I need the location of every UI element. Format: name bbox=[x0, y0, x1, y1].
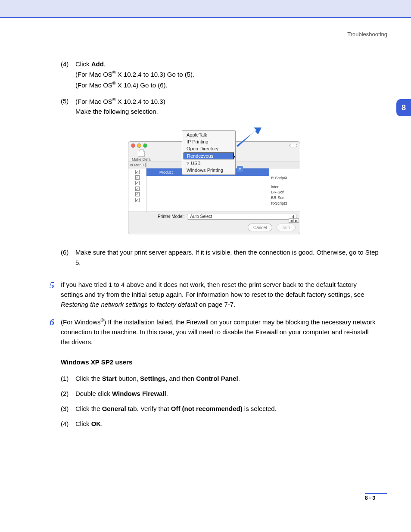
step-6: 6 (For Windows®) If the installation fai… bbox=[50, 317, 379, 434]
page-number: 8 - 3 bbox=[365, 495, 375, 501]
xp-step-3: (3) Click the General tab. Verify that O… bbox=[61, 404, 379, 414]
xp-step-1: (1) Click the Start button, Settings, an… bbox=[61, 373, 379, 383]
text: X 10.4) Go to (6). bbox=[116, 81, 168, 89]
substep-4-num: (4) bbox=[61, 59, 75, 90]
connection-type-dropdown[interactable]: AppleTalk IP Printing Open Directory Ren… bbox=[182, 130, 236, 175]
text: (For Mac OS bbox=[75, 71, 112, 78]
xp-users-heading: Windows XP SP2 users bbox=[61, 357, 379, 367]
reg-mark: ® bbox=[112, 97, 116, 102]
add-button[interactable]: Add bbox=[277, 224, 296, 231]
text: Click bbox=[75, 60, 91, 68]
dropdown-option-ip[interactable]: IP Printing bbox=[182, 138, 235, 145]
page-footer: 8 - 3 bbox=[365, 493, 387, 501]
minimize-traffic-light-icon[interactable] bbox=[137, 143, 141, 148]
list-item: R-Script3 bbox=[271, 175, 300, 181]
in-menu-column: ✓ ✓ ✓ ✓ ✓ ✓ bbox=[128, 168, 146, 212]
mac-screenshot-figure: AppleTalk IP Printing Open Directory Ren… bbox=[50, 130, 379, 234]
dropdown-option-appletalk[interactable]: AppleTalk bbox=[182, 131, 235, 138]
dropdown-option-rendezvous[interactable]: Rendezvous ➤ bbox=[184, 152, 234, 159]
substep-6-num: (6) bbox=[61, 247, 75, 268]
reg-mark: ® bbox=[112, 70, 116, 75]
top-bar bbox=[0, 0, 411, 17]
text: ) If the installation failed, the Firewa… bbox=[61, 318, 376, 346]
ref-italic: Restoring the network settings to factor… bbox=[61, 301, 197, 308]
section-header: Troubleshooting bbox=[24, 31, 387, 37]
cursor-icon: ➤ bbox=[233, 154, 236, 159]
checkbox[interactable]: ✓ bbox=[135, 181, 140, 185]
text: (For Mac OS bbox=[75, 98, 112, 105]
col-in-menu: In Menu | N bbox=[128, 162, 146, 168]
step-6-num: 6 bbox=[50, 317, 61, 328]
printer-model-label: Printer Model: bbox=[158, 214, 184, 219]
right-side-list: R-Script3 inter BR-Scri BR-Scri R-Script… bbox=[269, 168, 300, 212]
checkbox[interactable]: ✓ bbox=[135, 175, 140, 180]
printer-icon bbox=[138, 151, 145, 157]
printer-model-select[interactable]: Auto Select ▲▼ bbox=[187, 214, 296, 220]
dropdown-arrow-icon[interactable]: ▾ bbox=[237, 166, 243, 172]
printer-list-body: Product Type bbox=[146, 168, 269, 212]
stepper-icon: ▲▼ bbox=[292, 215, 295, 219]
xp-step-4: (4) Click OK. bbox=[61, 419, 379, 429]
text: on page 7-7. bbox=[197, 301, 235, 308]
text: X 10.2.4 to 10.3) Go to (5). bbox=[116, 71, 195, 78]
checkbox[interactable]: ✓ bbox=[135, 198, 140, 202]
text: If you have tried 1 to 4 above and it do… bbox=[61, 281, 364, 298]
scroll-right-button[interactable]: ▶ bbox=[294, 218, 299, 223]
xp-step-2: (2) Double click Windows Firewall. bbox=[61, 389, 379, 398]
dropdown-option-opendir[interactable]: Open Directory bbox=[182, 145, 235, 152]
svg-marker-0 bbox=[237, 128, 262, 147]
cancel-button[interactable]: Cancel bbox=[248, 224, 272, 231]
text: (For Windows bbox=[61, 318, 101, 326]
substep-6: (6) Make sure that your print server app… bbox=[61, 247, 379, 268]
substep-5: (5) (For Mac OS® X 10.2.4 to 10.3) Make … bbox=[61, 96, 379, 117]
zoom-traffic-light-icon[interactable] bbox=[143, 143, 147, 148]
text: Make the following selection. bbox=[75, 106, 379, 116]
add-bold: Add bbox=[91, 60, 104, 68]
pill-button[interactable] bbox=[290, 144, 297, 147]
footer-accent-line bbox=[365, 493, 387, 494]
checkbox[interactable]: ✓ bbox=[135, 187, 140, 191]
substep-6-text: Make sure that your print server appears… bbox=[75, 247, 379, 268]
list-item: BR-Scri bbox=[271, 195, 300, 201]
step-5-num: 5 bbox=[50, 280, 61, 291]
close-traffic-light-icon[interactable] bbox=[131, 143, 135, 148]
step-5: 5 If you have tried 1 to 4 above and it … bbox=[50, 280, 379, 310]
checkbox[interactable]: ✓ bbox=[135, 192, 140, 196]
dropdown-option-usb[interactable]: ▽USB bbox=[182, 160, 235, 167]
text: (For Mac OS bbox=[75, 81, 112, 89]
callout-arrow-icon bbox=[236, 128, 262, 145]
list-item: BR-Scri bbox=[271, 190, 300, 195]
list-item: inter bbox=[271, 184, 300, 190]
substep-4: (4) Click Add. (For Mac OS® X 10.2.4 to … bbox=[61, 59, 379, 90]
list-item: R-Script3 bbox=[271, 201, 300, 206]
reg-mark: ® bbox=[112, 81, 116, 86]
toolbar-make-default[interactable]: Make Defa bbox=[132, 151, 151, 162]
text: X 10.2.4 to 10.3) bbox=[116, 98, 165, 105]
substep-5-num: (5) bbox=[61, 96, 75, 117]
dropdown-option-win[interactable]: Windows Printing bbox=[182, 167, 235, 174]
text: . bbox=[104, 60, 106, 68]
checkbox[interactable]: ✓ bbox=[135, 170, 140, 174]
printer-model-row: Printer Model: Auto Select ▲▼ ◀ ▶ bbox=[128, 212, 300, 221]
scroll-left-button[interactable]: ◀ bbox=[289, 218, 294, 223]
